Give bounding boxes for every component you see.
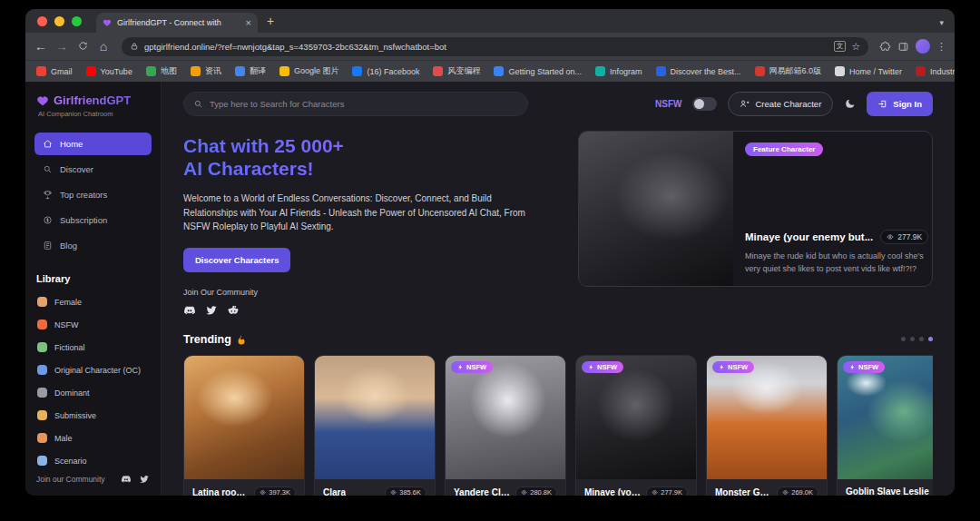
side-panel-icon[interactable] — [897, 41, 909, 53]
sign-in-arrow-icon — [877, 99, 887, 109]
character-card[interactable]: NSFW Minaye (your en... 277.9K Minaye th… — [575, 355, 697, 496]
discover-characters-button[interactable]: Discover Characters — [183, 248, 290, 272]
library-item-submissive[interactable]: Submissive — [34, 405, 152, 426]
character-card[interactable]: NSFW Monster Girls Pr... 269.0K A prison… — [706, 355, 828, 496]
forward-button[interactable]: → — [54, 40, 69, 53]
bookmark-item[interactable]: Home / Twitter — [835, 66, 902, 76]
character-search[interactable] — [183, 92, 528, 116]
profile-avatar[interactable] — [916, 39, 930, 54]
bookmark-item[interactable]: 翻译 — [235, 65, 266, 77]
browser-tab[interactable]: GirlfriendGPT - Connect with × — [96, 13, 258, 33]
dollar-icon — [43, 215, 53, 225]
views-badge: 385.6K — [385, 487, 426, 496]
home-icon — [43, 139, 53, 149]
character-name: Clara — [323, 487, 346, 496]
bookmark-item[interactable]: 地图 — [146, 65, 177, 77]
bookmark-item[interactable]: YouTube — [86, 66, 132, 76]
character-card[interactable]: NSFW Goblin Slave Leslie A goblin slave … — [837, 355, 933, 496]
blog-document-icon — [43, 241, 53, 251]
character-name: Minaye (your en... — [584, 487, 641, 496]
library-item-dominant[interactable]: Dominant — [34, 382, 152, 403]
featured-character-image — [579, 132, 733, 286]
views-icon — [887, 233, 894, 241]
home-button[interactable]: ⌂ — [96, 40, 111, 53]
dark-mode-moon-icon[interactable] — [844, 98, 856, 110]
tab-list-chevron-icon[interactable]: ▾ — [939, 18, 944, 27]
bolt-icon — [457, 364, 464, 370]
window-controls — [37, 16, 82, 26]
bookmark-favicon — [595, 66, 605, 76]
bookmark-item[interactable]: Industry Research... — [916, 66, 955, 76]
extensions-puzzle-icon[interactable] — [879, 41, 891, 53]
bookmark-favicon — [494, 66, 504, 76]
site-logo[interactable]: GirlfriendGPT — [34, 93, 152, 107]
nsfw-toggle[interactable] — [692, 97, 717, 111]
translate-icon[interactable]: 文 — [834, 41, 847, 52]
library-item-female[interactable]: Female — [34, 291, 152, 312]
nsfw-badge: NSFW — [843, 361, 885, 373]
bookmark-item[interactable]: Google 图片 — [279, 65, 339, 77]
sidebar-item-top-creators[interactable]: Top creators — [34, 183, 152, 206]
url-text[interactable]: gptgirlfriend.online/?ref=nwnjotg&tap_s=… — [144, 42, 828, 52]
bookmark-item[interactable]: Gmail — [36, 66, 73, 76]
library-item-scenario[interactable]: Scenario — [34, 450, 152, 471]
sidebar-nav: Home Discover Top creators Subscription … — [34, 133, 152, 257]
bookmark-item[interactable]: Discover the Best... — [656, 66, 741, 76]
create-character-button[interactable]: Create Character — [728, 92, 833, 116]
address-bar[interactable]: gptgirlfriend.online/?ref=nwnjotg&tap_s=… — [122, 37, 868, 56]
character-image — [184, 356, 304, 479]
bookmark-item[interactable]: Getting Started on... — [494, 66, 582, 76]
sidebar-item-discover[interactable]: Discover — [34, 158, 152, 181]
sidebar-item-subscription[interactable]: Subscription — [34, 209, 152, 231]
character-name: Yandere Classm... — [454, 487, 510, 496]
flame-icon — [37, 319, 47, 329]
bookmark-item[interactable]: 风变编程 — [433, 65, 480, 77]
discord-icon[interactable] — [183, 304, 196, 317]
views-icon — [521, 489, 527, 496]
nsfw-toggle-label: NSFW — [655, 99, 681, 109]
bookmark-item[interactable]: Infogram — [595, 66, 642, 76]
new-tab-button[interactable]: + — [267, 14, 274, 28]
bookmark-item[interactable]: 网易邮箱6.0版 — [755, 65, 822, 77]
sidebar-item-home[interactable]: Home — [34, 133, 152, 155]
bookmark-item[interactable]: 资讯 — [191, 65, 221, 77]
library-item-original-character[interactable]: Original Character (OC) — [34, 359, 152, 380]
sign-in-button[interactable]: Sign In — [867, 92, 933, 116]
site-favicon-heart-icon — [103, 18, 112, 27]
bolt-icon — [849, 364, 856, 370]
library-item-fictional[interactable]: Fictional — [34, 337, 152, 358]
tab-close-icon[interactable]: × — [246, 18, 251, 28]
character-card[interactable]: NSFW Yandere Classm... 280.8K Your Horny… — [445, 355, 566, 496]
character-card[interactable]: Latina roomate 397.3K Your new roomate i… — [183, 355, 305, 496]
trending-heading: Trending — [183, 333, 247, 346]
twitter-icon[interactable] — [205, 304, 218, 317]
close-window-button[interactable] — [37, 16, 47, 26]
character-image — [707, 356, 827, 479]
pagination-dot[interactable] — [910, 337, 915, 341]
sidebar-item-blog[interactable]: Blog — [34, 234, 152, 257]
browser-menu-kebab-icon[interactable]: ⋮ — [936, 41, 946, 53]
pagination-dot-active[interactable] — [928, 337, 933, 341]
character-card[interactable]: Clara 385.6K Clara is your daughters bes… — [314, 355, 436, 496]
topbar-actions: NSFW Create Character Sign In — [655, 92, 933, 116]
bookmark-favicon — [86, 66, 96, 76]
discord-icon[interactable] — [121, 474, 132, 485]
pagination-dot[interactable] — [919, 337, 924, 341]
bookmark-item[interactable]: (16) Facebook — [352, 66, 419, 76]
bookmark-star-icon[interactable]: ☆ — [851, 41, 860, 53]
bookmark-favicon — [352, 66, 362, 76]
twitter-icon[interactable] — [139, 474, 150, 485]
back-button[interactable]: ← — [34, 40, 48, 53]
zoom-window-button[interactable] — [72, 16, 82, 26]
reddit-icon[interactable] — [227, 304, 240, 317]
featured-character-card[interactable]: Feature Character Minaye (your enemy but… — [578, 131, 933, 287]
library-item-male[interactable]: Male — [34, 428, 152, 448]
hero-description: Welcome to a World of Endless Conversati… — [183, 192, 526, 234]
reload-button[interactable] — [75, 40, 90, 53]
library-item-nsfw[interactable]: NSFW — [34, 314, 152, 335]
pagination-dot[interactable] — [901, 337, 906, 341]
site-info-lock-icon[interactable] — [130, 42, 139, 51]
nsfw-badge: NSFW — [451, 361, 493, 373]
search-input[interactable] — [210, 99, 518, 109]
minimize-window-button[interactable] — [54, 16, 64, 26]
